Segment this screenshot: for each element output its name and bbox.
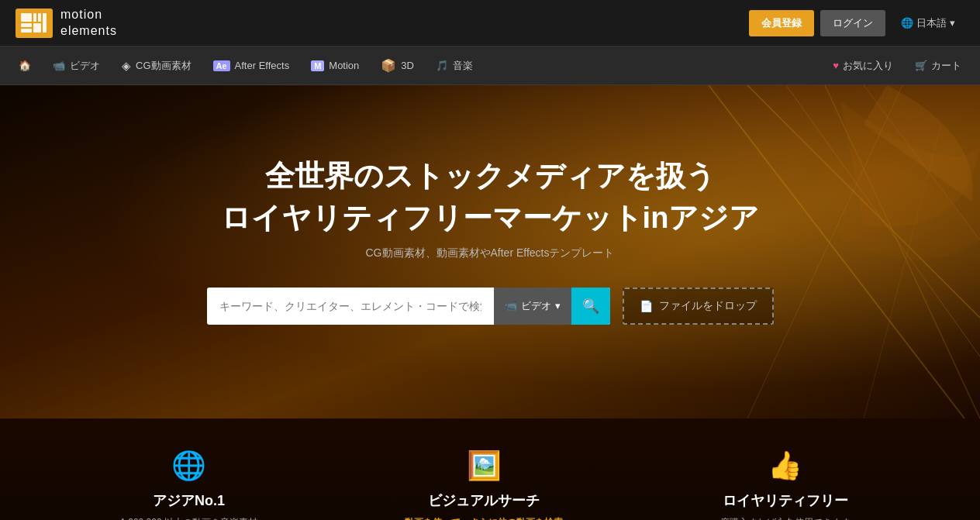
- feature-royalty-title: ロイヤリティフリー: [723, 491, 848, 510]
- filter-chevron-icon: ▾: [555, 300, 561, 312]
- feature-visual-desc: 動画を使って、さらに他の動画を検索: [405, 516, 563, 520]
- logo-icon: [16, 9, 53, 38]
- feature-visual-title: ビジュアルサーチ: [428, 491, 540, 510]
- home-icon: 🏠: [19, 60, 31, 71]
- nav-home[interactable]: 🏠: [8, 46, 42, 85]
- feature-visual-search: 🖼️ ビジュアルサーチ 動画を使って、さらに他の動画を検索: [405, 449, 563, 520]
- hero-content: 全世界のストックメディアを扱う ロイヤリティフリーマーケットinアジア CG動画…: [207, 156, 774, 347]
- feature-asia-title: アジアNo.1: [153, 491, 225, 510]
- chevron-icon: ▾: [950, 17, 955, 29]
- heart-icon: ♥: [833, 60, 839, 71]
- svg-rect-1: [33, 13, 36, 22]
- nav-3d-label: 3D: [401, 60, 414, 71]
- svg-rect-2: [38, 13, 41, 22]
- features-section: 🌐 アジアNo.1 1,300,000 以上の動画＆音楽素材 🖼️ ビジュアルサ…: [0, 418, 980, 520]
- search-submit-button[interactable]: 🔍: [571, 288, 610, 325]
- logo-area: motion elements: [16, 7, 117, 40]
- register-button[interactable]: 会員登録: [749, 10, 814, 36]
- feature-asia: 🌐 アジアNo.1 1,300,000 以上の動画＆音楽素材: [120, 449, 257, 520]
- hero-subtitle: CG動画素材、動画素材やAfter Effectsテンプレート: [207, 246, 774, 260]
- nav-music-label: 音楽: [453, 59, 473, 73]
- nav-video-label: ビデオ: [70, 59, 100, 73]
- favorites-nav[interactable]: ♥ お気に入り: [822, 59, 904, 73]
- file-icon: 📄: [640, 300, 653, 312]
- svg-rect-6: [43, 13, 47, 33]
- search-area: 📹 ビデオ ▾ 🔍 📄 ファイルをドロップ: [207, 288, 774, 325]
- nav-cg-label: CG動画素材: [136, 59, 192, 73]
- feature-royalty-free: 👍 ロイヤリティフリー 一度購入すれば永久使用できます。: [711, 449, 860, 520]
- cart-icon: 🛒: [915, 60, 927, 71]
- filter-label: ビデオ: [521, 299, 551, 313]
- nav-after-effects[interactable]: Ae After Effects: [202, 46, 301, 85]
- search-filter-button[interactable]: 📹 ビデオ ▾: [494, 288, 571, 325]
- main-nav: 🏠 📹 ビデオ ◈ CG動画素材 Ae After Effects M Moti…: [0, 46, 980, 85]
- dropzone[interactable]: 📄 ファイルをドロップ: [623, 288, 774, 325]
- svg-rect-3: [21, 23, 32, 27]
- 3d-icon: 📦: [381, 58, 396, 73]
- hero-section: 全世界のストックメディアを扱う ロイヤリティフリーマーケットinアジア CG動画…: [0, 85, 980, 418]
- nav-3d[interactable]: 📦 3D: [370, 46, 425, 85]
- nav-ae-label: After Effects: [235, 60, 290, 71]
- search-icon: 🔍: [582, 298, 599, 315]
- hero-title: 全世界のストックメディアを扱う ロイヤリティフリーマーケットinアジア: [207, 156, 774, 238]
- nav-motion[interactable]: M Motion: [300, 46, 370, 85]
- cart-label: カート: [931, 59, 961, 73]
- search-input[interactable]: [207, 288, 494, 325]
- image-feature-icon: 🖼️: [467, 449, 502, 482]
- dropzone-label: ファイルをドロップ: [659, 299, 757, 313]
- cg-icon: ◈: [122, 59, 131, 73]
- nav-motion-label: Motion: [329, 60, 359, 71]
- nav-cg[interactable]: ◈ CG動画素材: [111, 46, 202, 85]
- nav-music[interactable]: 🎵 音楽: [425, 46, 484, 85]
- language-label: 日本語: [916, 16, 947, 30]
- logo-text: motion elements: [60, 7, 117, 40]
- header: motion elements 会員登録 ログイン 🌐 日本語 ▾: [0, 0, 980, 46]
- svg-rect-4: [21, 29, 32, 33]
- language-button[interactable]: 🌐 日本語 ▾: [892, 10, 964, 36]
- video-filter-icon: 📹: [505, 300, 517, 312]
- globe-icon: 🌐: [901, 17, 913, 29]
- cart-nav[interactable]: 🛒 カート: [904, 59, 972, 73]
- nav-right: ♥ お気に入り 🛒 カート: [822, 59, 972, 73]
- svg-rect-0: [21, 13, 32, 22]
- nav-video[interactable]: 📹 ビデオ: [42, 46, 111, 85]
- feature-asia-desc: 1,300,000 以上の動画＆音楽素材: [120, 516, 257, 520]
- globe-feature-icon: 🌐: [171, 449, 206, 482]
- thumbsup-feature-icon: 👍: [768, 449, 802, 482]
- login-button[interactable]: ログイン: [820, 10, 885, 36]
- music-icon: 🎵: [436, 60, 448, 71]
- search-box: 📹 ビデオ ▾ 🔍: [207, 288, 610, 325]
- ae-icon: Ae: [213, 60, 230, 71]
- svg-rect-5: [33, 23, 41, 33]
- favorites-label: お気に入り: [843, 59, 893, 73]
- header-right: 会員登録 ログイン 🌐 日本語 ▾: [749, 10, 964, 36]
- feature-royalty-desc: 一度購入すれば永久使用できます。: [711, 516, 860, 520]
- video-icon: 📹: [53, 60, 65, 71]
- motion-icon: M: [311, 60, 324, 71]
